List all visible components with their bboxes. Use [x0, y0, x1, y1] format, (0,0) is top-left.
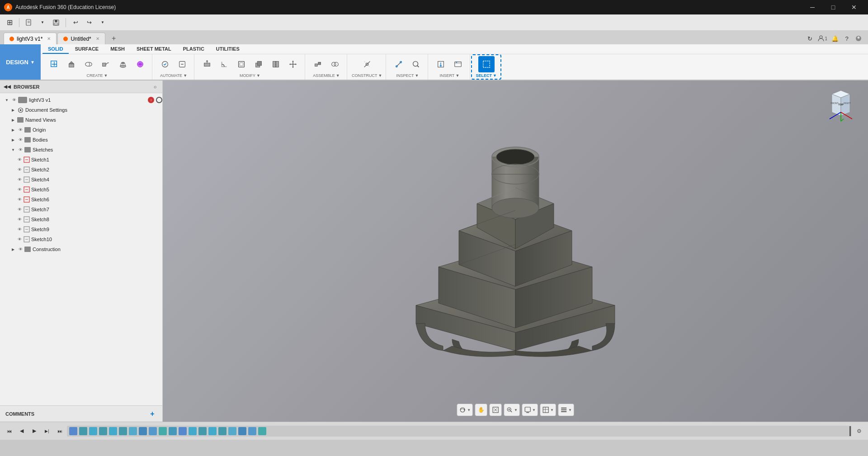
timeline-play-button[interactable]: ▶: [29, 426, 40, 437]
tree-eye-sketch9[interactable]: 👁: [16, 226, 23, 233]
tl-item-17[interactable]: [228, 427, 236, 435]
timeline-next-button[interactable]: ▶|: [42, 426, 52, 437]
tab-sheetmetal[interactable]: SHEET METAL: [131, 44, 177, 54]
tree-eye-sketch6[interactable]: 👁: [16, 196, 23, 203]
restore-button[interactable]: □: [823, 0, 844, 14]
automate-tool-1[interactable]: [157, 56, 173, 72]
tl-item-2[interactable]: [79, 427, 87, 435]
browser-collapse-icon[interactable]: ◀◀: [4, 84, 11, 89]
create-sweep-button[interactable]: [98, 56, 114, 72]
tl-item-10[interactable]: [159, 427, 167, 435]
timeline-prev-button[interactable]: ◀: [16, 426, 27, 437]
tree-eye-sketch10[interactable]: 👁: [16, 236, 23, 242]
redo-button[interactable]: ↪: [83, 17, 95, 28]
tree-eye-bodies[interactable]: 👁: [17, 137, 24, 143]
save-button[interactable]: [50, 17, 62, 28]
viewport[interactable]: TOP FRONT RIGHT ▼ ✋ ▼ ▼: [163, 81, 868, 422]
create-form-button[interactable]: [132, 56, 148, 72]
tree-eye-origin[interactable]: 👁: [17, 127, 24, 133]
tl-item-15[interactable]: [208, 427, 217, 435]
toolbar-btn-notification[interactable]: 🔔: [829, 33, 841, 44]
assemble-tool-1[interactable]: [310, 56, 326, 72]
tl-item-3[interactable]: [89, 427, 97, 435]
tree-item-sketches[interactable]: ▼ 👁 Sketches: [0, 145, 162, 155]
close-button[interactable]: ✕: [844, 0, 864, 14]
display-settings-button[interactable]: ▼: [522, 404, 538, 416]
timeline-track[interactable]: [67, 426, 852, 437]
tree-item-doc-settings[interactable]: ▶ Document Settings: [0, 105, 162, 115]
tl-item-20[interactable]: [258, 427, 266, 435]
tl-item-18[interactable]: [238, 427, 246, 435]
tab-utilities[interactable]: UTILITIES: [211, 44, 245, 54]
tree-eye-sketch5[interactable]: 👁: [16, 186, 23, 193]
create-loft-button[interactable]: [115, 56, 131, 72]
tree-item-origin[interactable]: ▶ 👁 Origin: [0, 125, 162, 135]
tree-item-sketch10[interactable]: 👁 Sketch10: [0, 234, 162, 244]
zoom-button[interactable]: ▼: [504, 404, 520, 416]
tab-solid[interactable]: SOLID: [42, 44, 69, 54]
undo-button[interactable]: ↩: [70, 17, 81, 28]
timeline-start-button[interactable]: ⏮: [4, 426, 14, 437]
toolbar-btn-refresh[interactable]: ↻: [804, 33, 816, 44]
toolbar-btn-help[interactable]: ?: [841, 33, 853, 44]
grid-button[interactable]: ▼: [540, 404, 556, 416]
modify-shell-button[interactable]: [233, 56, 250, 72]
tree-item-sketch1[interactable]: 👁 Sketch1: [0, 155, 162, 165]
tree-item-sketch8[interactable]: 👁 Sketch8: [0, 214, 162, 224]
tree-item-root[interactable]: ▼ 👁 lightV3 v1 !: [0, 95, 162, 105]
modify-fillet-button[interactable]: [216, 56, 232, 72]
tree-item-sketch2[interactable]: 👁 Sketch2: [0, 165, 162, 175]
tree-item-sketch7[interactable]: 👁 Sketch7: [0, 204, 162, 214]
assemble-tool-2[interactable]: [327, 56, 343, 72]
tree-item-sketch6[interactable]: 👁 Sketch6: [0, 195, 162, 204]
tree-eye-construction[interactable]: 👁: [17, 246, 24, 252]
create-new-sketch-button[interactable]: [46, 56, 62, 72]
tl-item-6[interactable]: [119, 427, 127, 435]
toolbar-btn-user[interactable]: 1: [816, 33, 829, 44]
construct-dropdown-icon[interactable]: ▼: [378, 73, 382, 78]
tree-eye-sketch1[interactable]: 👁: [16, 157, 23, 163]
tl-item-19[interactable]: [248, 427, 256, 435]
grid-menu-button[interactable]: ⊞: [4, 17, 15, 28]
timeline-settings-button[interactable]: ⚙: [854, 426, 864, 437]
tree-item-sketch4[interactable]: 👁 Sketch4: [0, 175, 162, 185]
comments-add-button[interactable]: +: [148, 409, 157, 418]
timeline-end-button[interactable]: ⏭: [54, 426, 65, 437]
tree-item-sketch5[interactable]: 👁 Sketch5: [0, 185, 162, 195]
insert-dropdown-icon[interactable]: ▼: [455, 73, 459, 78]
inspect-tool-1[interactable]: [391, 56, 407, 72]
tree-item-construction[interactable]: ▶ 👁 Construction: [0, 244, 162, 254]
tree-eye-sketch4[interactable]: 👁: [16, 176, 23, 183]
tl-item-8[interactable]: [139, 427, 147, 435]
tab-close-untitled[interactable]: ✕: [96, 36, 99, 41]
fit-view-button[interactable]: [489, 404, 502, 416]
create-revolve-button[interactable]: [80, 56, 97, 72]
modify-split-button[interactable]: [268, 56, 284, 72]
modify-dropdown-icon[interactable]: ▼: [256, 73, 260, 78]
tree-item-named-views[interactable]: ▶ Named Views: [0, 115, 162, 125]
tl-item-7[interactable]: [129, 427, 137, 435]
tab-surface[interactable]: SURFACE: [70, 44, 104, 54]
insert-tool-2[interactable]: [450, 56, 466, 72]
automate-dropdown-icon[interactable]: ▼: [183, 73, 187, 78]
modify-move-button[interactable]: [285, 56, 301, 72]
file-dropdown-button[interactable]: ▼: [37, 17, 48, 28]
create-extrude-button[interactable]: [63, 56, 80, 72]
tree-eye-sketch2[interactable]: 👁: [16, 166, 23, 173]
tl-item-1[interactable]: [69, 427, 77, 435]
tree-eye-sketches[interactable]: 👁: [17, 147, 24, 153]
insert-tool-1[interactable]: [433, 56, 449, 72]
tab-lightv3[interactable]: lightV3 v1* ✕: [4, 33, 57, 44]
inspect-tool-2[interactable]: [408, 56, 424, 72]
tl-item-16[interactable]: [218, 427, 226, 435]
tl-item-13[interactable]: [189, 427, 197, 435]
tl-item-14[interactable]: [198, 427, 207, 435]
select-tool-1[interactable]: [478, 56, 495, 72]
toolbar-btn-account[interactable]: [853, 33, 864, 44]
tl-item-4[interactable]: [99, 427, 107, 435]
minimize-button[interactable]: ─: [802, 0, 823, 14]
tab-mesh[interactable]: MESH: [105, 44, 130, 54]
construct-tool-1[interactable]: [359, 56, 375, 72]
tab-plastic[interactable]: PLASTIC: [178, 44, 210, 54]
browser-expand-icon[interactable]: ○: [151, 83, 159, 90]
